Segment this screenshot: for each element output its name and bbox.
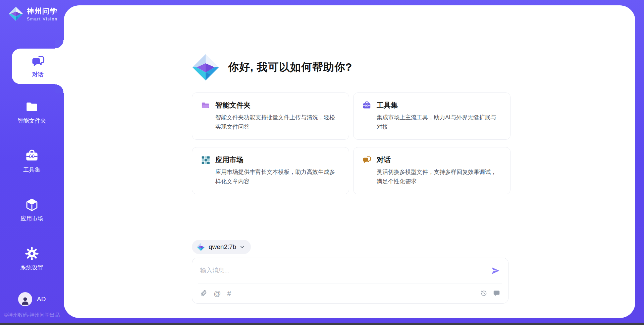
- card-title: 应用市场: [215, 155, 244, 165]
- card-head: 智能文件夹: [201, 101, 340, 110]
- footer-credit: ©神州数码·神州问学出品: [0, 312, 64, 318]
- attach-button[interactable]: [200, 289, 207, 298]
- folder-icon: [25, 100, 39, 114]
- toolbox-icon: [25, 149, 39, 163]
- folder-icon: [201, 101, 210, 110]
- grid-icon: [201, 155, 210, 165]
- chat-icon: [362, 155, 371, 165]
- sidebar-item-settings[interactable]: 系统设置: [0, 247, 64, 271]
- feature-cards: 智能文件夹 智能文件夹功能支持批量文件上传与清洗，轻松实现文件问答 工具集 集成…: [192, 92, 508, 194]
- user-profile[interactable]: AD: [18, 292, 46, 306]
- card-toolbox[interactable]: 工具集 集成市场上主流工具，助力AI与外界无缝扩展与对接: [353, 92, 511, 140]
- paperclip-icon: [200, 289, 207, 298]
- toolbox-icon: [362, 101, 371, 110]
- card-title: 工具集: [377, 101, 398, 110]
- card-head: 应用市场: [201, 155, 340, 165]
- gear-icon: [25, 247, 39, 261]
- quick-message-button[interactable]: [493, 289, 500, 298]
- card-desc: 智能文件夹功能支持批量文件上传与清洗，轻松实现文件问答: [215, 113, 340, 132]
- model-selector[interactable]: qwen2:7b: [192, 240, 251, 254]
- sidebar-item-label: 智能文件夹: [18, 117, 46, 125]
- card-desc: 灵活切换多模型文件，支持多样回复效果调试，满足个性化需求: [377, 168, 501, 186]
- composer-right-tools: [480, 289, 500, 298]
- greeting-gem-icon: [191, 53, 220, 82]
- card-smart-folder[interactable]: 智能文件夹 智能文件夹功能支持批量文件上传与清洗，轻松实现文件问答: [192, 92, 349, 140]
- sidebar-item-label: 对话: [32, 71, 44, 78]
- card-chat[interactable]: 对话 灵活切换多模型文件，支持多样回复效果调试，满足个性化需求: [353, 147, 511, 194]
- page-title: 你好, 我可以如何帮助你?: [228, 60, 352, 75]
- history-button[interactable]: [480, 289, 487, 298]
- card-desc: 集成市场上主流工具，助力AI与外界无缝扩展与对接: [377, 113, 501, 132]
- brand-gem-icon: [8, 6, 23, 21]
- hash-button[interactable]: #: [227, 290, 231, 297]
- card-desc: 应用市场提供丰富长文本模板，助力高效生成多样化文章内容: [215, 168, 340, 186]
- send-icon: [491, 271, 500, 276]
- sidebar-item-chat[interactable]: 对话: [12, 49, 64, 84]
- cube-icon: [25, 198, 39, 212]
- sidebar-item-label: 工具集: [23, 166, 41, 174]
- window-bottom-edge: [0, 323, 644, 325]
- card-title: 智能文件夹: [215, 101, 251, 110]
- mention-button[interactable]: @: [214, 290, 221, 297]
- card-head: 工具集: [362, 101, 501, 110]
- send-button[interactable]: [491, 266, 500, 275]
- composer-toolbar: @ #: [192, 283, 508, 303]
- message-icon: [493, 289, 500, 298]
- sidebar-item-toolbox[interactable]: 工具集: [0, 149, 64, 174]
- hash-icon: #: [227, 290, 231, 297]
- chevron-down-icon: [239, 244, 245, 250]
- message-input[interactable]: [200, 267, 487, 274]
- message-composer: @ #: [192, 258, 508, 304]
- brand-title: 神州问学: [27, 6, 58, 16]
- sidebar-item-label: 应用市场: [20, 215, 43, 222]
- brand: 神州问学 Smart Vision: [8, 6, 58, 21]
- sidebar-item-app-market[interactable]: 应用市场: [0, 198, 64, 222]
- card-title: 对话: [377, 155, 391, 165]
- mention-icon: @: [214, 290, 221, 297]
- card-app-market[interactable]: 应用市场 应用市场提供丰富长文本模板，助力高效生成多样化文章内容: [192, 147, 349, 194]
- history-icon: [480, 289, 487, 298]
- app-root: 神州问学 Smart Vision 对话 智能文件夹: [0, 0, 644, 325]
- composer-input-row: [192, 258, 508, 283]
- brand-subtitle: Smart Vision: [27, 17, 58, 21]
- brand-text: 神州问学 Smart Vision: [27, 6, 58, 21]
- greeting: 你好, 我可以如何帮助你?: [191, 53, 352, 82]
- sidebar-item-smart-folder[interactable]: 智能文件夹: [0, 100, 64, 125]
- chat-icon: [31, 55, 45, 69]
- model-gem-icon: [197, 243, 205, 251]
- avatar: [18, 292, 32, 306]
- sidebar-item-label: 系统设置: [20, 264, 43, 271]
- model-name: qwen2:7b: [209, 243, 236, 251]
- user-initials: AD: [37, 296, 46, 303]
- card-head: 对话: [362, 155, 501, 165]
